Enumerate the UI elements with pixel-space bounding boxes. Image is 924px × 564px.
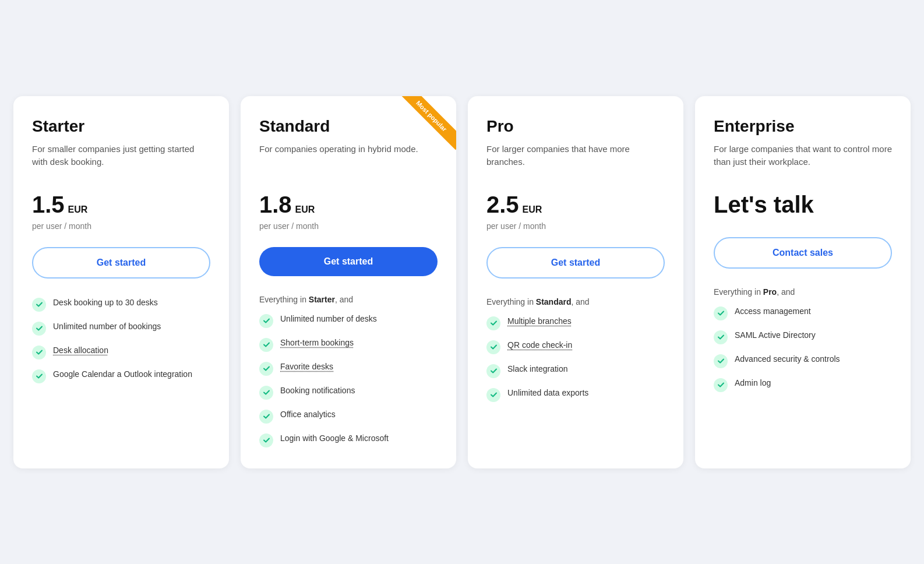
features-intro-standard: Everything in Starter, and xyxy=(259,295,438,304)
feature-text: Booking notifications xyxy=(280,385,355,397)
feature-item: Login with Google & Microsoft xyxy=(259,433,438,447)
feature-item: QR code check-in xyxy=(486,340,665,354)
check-icon xyxy=(486,364,500,378)
price-unit-standard: EUR xyxy=(295,205,315,215)
feature-text: Desk allocation xyxy=(53,345,108,357)
price-amount-standard: 1.8 xyxy=(259,192,292,218)
plan-price-starter: 1.5 EUR xyxy=(32,192,210,218)
check-icon xyxy=(714,330,728,344)
features-intro-enterprise: Everything in Pro, and xyxy=(714,287,892,297)
feature-item: Desk booking up to 30 desks xyxy=(32,297,210,312)
check-icon xyxy=(714,306,728,320)
check-icon xyxy=(32,346,46,359)
feature-item: Unlimited data exports xyxy=(486,387,665,402)
plan-price-label-enterprise: Let's talk xyxy=(714,192,892,217)
check-icon xyxy=(259,314,273,328)
feature-list-enterprise: Access management SAML Active Directory … xyxy=(714,306,892,392)
check-icon xyxy=(486,388,500,402)
plan-card-enterprise: EnterpriseFor large companies that want … xyxy=(695,96,911,468)
plan-card-standard: Most popular StandardFor companies opera… xyxy=(241,96,456,468)
check-icon xyxy=(32,369,46,383)
cta-button-standard[interactable]: Get started xyxy=(259,247,438,276)
cta-button-enterprise[interactable]: Contact sales xyxy=(714,237,892,269)
feature-text: Slack integration xyxy=(507,364,568,375)
feature-text: Access management xyxy=(735,306,811,318)
feature-item: Access management xyxy=(714,306,892,320)
price-unit-starter: EUR xyxy=(68,205,88,215)
plan-desc-enterprise: For large companies that want to control… xyxy=(714,143,892,178)
feature-text: Desk booking up to 30 desks xyxy=(53,297,158,309)
price-amount-pro: 2.5 xyxy=(486,192,519,218)
check-icon xyxy=(259,338,273,352)
feature-item: SAML Active Directory xyxy=(714,330,892,344)
check-icon xyxy=(259,362,273,376)
feature-text: Multiple branches xyxy=(507,316,572,327)
feature-item: Office analytics xyxy=(259,409,438,424)
feature-item: Unlimited number of bookings xyxy=(32,321,210,336)
cta-button-pro[interactable]: Get started xyxy=(486,247,665,279)
feature-text: Advanced security & controls xyxy=(735,354,840,365)
check-icon xyxy=(714,354,728,368)
features-intro-pro: Everything in Standard, and xyxy=(486,297,665,306)
plan-desc-starter: For smaller companies just getting start… xyxy=(32,143,210,178)
most-popular-label: Most popular xyxy=(398,96,456,150)
price-period-standard: per user / month xyxy=(259,221,438,231)
plan-card-starter: StarterFor smaller companies just gettin… xyxy=(13,96,229,468)
feature-item: Slack integration xyxy=(486,364,665,378)
feature-list-pro: Multiple branches QR code check-in Slack… xyxy=(486,316,665,402)
check-icon xyxy=(259,410,273,424)
plan-card-pro: ProFor larger companies that have more b… xyxy=(468,96,683,468)
feature-text: Unlimited number of desks xyxy=(280,313,377,325)
pricing-grid: StarterFor smaller companies just gettin… xyxy=(13,96,911,468)
plan-name-enterprise: Enterprise xyxy=(714,117,892,136)
feature-item: Booking notifications xyxy=(259,385,438,400)
check-icon xyxy=(714,378,728,392)
check-icon xyxy=(32,322,46,336)
feature-item: Favorite desks xyxy=(259,361,438,376)
feature-list-standard: Unlimited number of desks Short-term boo… xyxy=(259,313,438,447)
price-period-starter: per user / month xyxy=(32,221,210,231)
price-amount-starter: 1.5 xyxy=(32,192,65,218)
plan-price-pro: 2.5 EUR xyxy=(486,192,665,218)
plan-price-standard: 1.8 EUR xyxy=(259,192,438,218)
feature-list-starter: Desk booking up to 30 desks Unlimited nu… xyxy=(32,297,210,383)
feature-text: Favorite desks xyxy=(280,361,333,373)
check-icon xyxy=(259,433,273,447)
feature-text: SAML Active Directory xyxy=(735,330,816,341)
feature-item: Advanced security & controls xyxy=(714,354,892,368)
feature-text: Office analytics xyxy=(280,409,336,421)
feature-item: Admin log xyxy=(714,378,892,392)
feature-item: Unlimited number of desks xyxy=(259,313,438,328)
cta-button-starter[interactable]: Get started xyxy=(32,247,210,279)
feature-text: Short-term bookings xyxy=(280,337,354,349)
check-icon xyxy=(259,386,273,400)
feature-item: Short-term bookings xyxy=(259,337,438,352)
plan-desc-pro: For larger companies that have more bran… xyxy=(486,143,665,178)
plan-name-pro: Pro xyxy=(486,117,665,136)
price-unit-pro: EUR xyxy=(523,205,542,215)
check-icon xyxy=(486,340,500,354)
check-icon xyxy=(32,298,46,312)
feature-item: Desk allocation xyxy=(32,345,210,359)
feature-item: Google Calendar a Outlook integration xyxy=(32,369,210,383)
plan-name-starter: Starter xyxy=(32,117,210,136)
feature-text: QR code check-in xyxy=(507,340,572,351)
feature-text: Unlimited data exports xyxy=(507,387,588,399)
feature-text: Login with Google & Microsoft xyxy=(280,433,389,445)
check-icon xyxy=(486,316,500,330)
price-period-pro: per user / month xyxy=(486,221,665,231)
feature-text: Unlimited number of bookings xyxy=(53,321,161,333)
most-popular-ribbon: Most popular xyxy=(398,96,456,154)
feature-text: Admin log xyxy=(735,378,771,389)
feature-text: Google Calendar a Outlook integration xyxy=(53,369,192,380)
feature-item: Multiple branches xyxy=(486,316,665,330)
